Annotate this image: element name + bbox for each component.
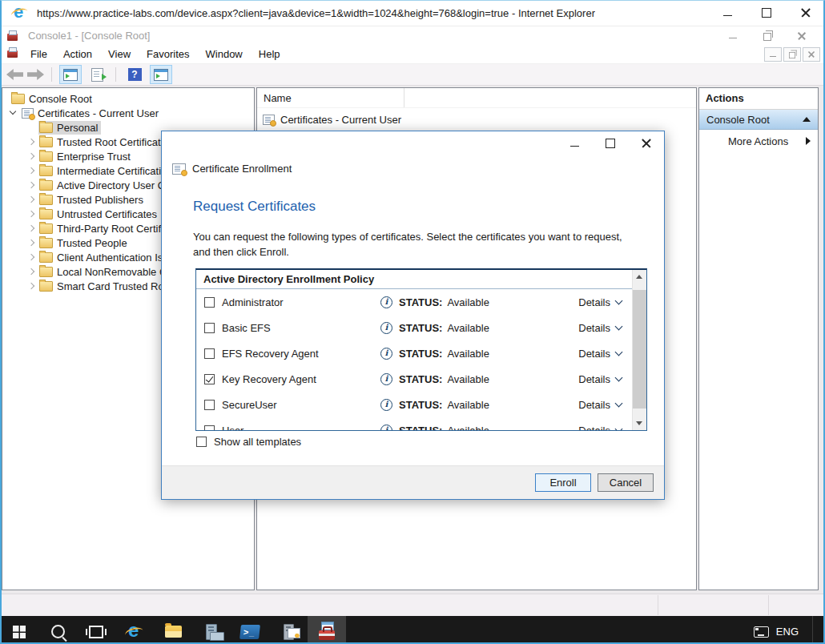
chevron-down-icon bbox=[615, 322, 623, 330]
export-list-button[interactable] bbox=[86, 65, 108, 84]
mmc-close-button[interactable] bbox=[798, 32, 806, 40]
certificate-template-row[interactable]: Administrator STATUS: Available Details bbox=[196, 289, 646, 315]
taskbar-app[interactable] bbox=[192, 616, 231, 644]
scroll-down-icon[interactable] bbox=[636, 421, 642, 425]
child-minimize-button[interactable] bbox=[764, 47, 782, 62]
column-divider[interactable] bbox=[404, 88, 404, 107]
child-restore-button[interactable] bbox=[783, 47, 801, 62]
expander-icon[interactable] bbox=[25, 135, 38, 148]
status-label: STATUS: bbox=[399, 373, 442, 385]
maximize-button[interactable] bbox=[762, 8, 771, 18]
show-all-templates-checkbox[interactable] bbox=[196, 437, 207, 447]
expander-icon[interactable] bbox=[25, 251, 38, 264]
toolbar-separator bbox=[115, 67, 116, 82]
keyboard-layout-icon[interactable] bbox=[754, 626, 769, 638]
template-checkbox[interactable] bbox=[204, 323, 215, 333]
menu-item[interactable]: Help bbox=[251, 46, 288, 62]
dialog-maximize-button[interactable] bbox=[606, 139, 615, 148]
template-checkbox[interactable] bbox=[204, 297, 215, 308]
console-tree-icon bbox=[63, 69, 78, 81]
cancel-button[interactable]: Cancel bbox=[598, 473, 654, 492]
taskbar-app[interactable] bbox=[115, 616, 154, 644]
certificate-template-row[interactable]: Basic EFS STATUS: Available Details bbox=[196, 315, 646, 340]
menu-item[interactable]: Favorites bbox=[139, 46, 197, 62]
expand-icon bbox=[806, 137, 811, 145]
template-checkbox[interactable] bbox=[204, 374, 215, 384]
certificate-template-row[interactable]: EFS Recovery Agent STATUS: Available Det… bbox=[196, 340, 646, 366]
mmc-minimize-button[interactable] bbox=[729, 38, 737, 38]
details-expander[interactable]: Details bbox=[578, 425, 622, 432]
menubar: File Action View Favorites Window Help bbox=[0, 45, 825, 64]
expander-icon[interactable] bbox=[25, 280, 38, 292]
show-desktop-button[interactable] bbox=[812, 616, 817, 644]
taskbar-app[interactable] bbox=[0, 616, 38, 644]
actions-group-header[interactable]: Console Root bbox=[699, 110, 818, 130]
tree-item-label: Trusted People bbox=[57, 237, 127, 249]
menu-item[interactable]: Action bbox=[55, 46, 100, 62]
tree-item-icon bbox=[39, 180, 53, 191]
certificate-template-row[interactable]: Key Recovery Agent STATUS: Available Det… bbox=[196, 366, 646, 392]
scrollbar-thumb[interactable] bbox=[633, 290, 646, 409]
expander-icon[interactable] bbox=[25, 193, 38, 206]
taskbar-app[interactable] bbox=[231, 616, 269, 644]
dialog-close-button[interactable] bbox=[642, 139, 651, 148]
details-expander[interactable]: Details bbox=[578, 399, 622, 411]
show-console-tree-button[interactable] bbox=[59, 65, 82, 84]
expander-icon[interactable] bbox=[25, 121, 38, 134]
forward-button[interactable] bbox=[27, 69, 44, 80]
info-icon bbox=[380, 425, 392, 432]
taskbar-app[interactable] bbox=[308, 616, 346, 644]
tree-item-icon bbox=[39, 267, 53, 277]
show-action-pane-button[interactable] bbox=[150, 65, 172, 84]
child-close-button[interactable] bbox=[803, 47, 820, 62]
details-expander[interactable]: Details bbox=[578, 373, 622, 385]
tree-item-label: Personal bbox=[57, 122, 98, 134]
show-all-templates-option[interactable]: Show all templates bbox=[196, 436, 301, 448]
info-icon bbox=[380, 348, 392, 360]
details-expander[interactable]: Details bbox=[578, 296, 622, 308]
close-button[interactable] bbox=[801, 8, 811, 18]
expander-icon[interactable] bbox=[7, 107, 21, 119]
certificate-template-row[interactable]: SecureUser STATUS: Available Details bbox=[196, 392, 646, 417]
tree-item-icon bbox=[39, 238, 53, 248]
expander-icon[interactable] bbox=[25, 164, 38, 177]
template-checkbox[interactable] bbox=[204, 348, 215, 359]
expander-icon[interactable] bbox=[25, 265, 38, 278]
status-value: Available bbox=[447, 399, 489, 411]
tree-item[interactable]: Console Root bbox=[2, 91, 254, 106]
mmc-restore-button[interactable] bbox=[763, 33, 771, 41]
expander-icon[interactable] bbox=[25, 207, 38, 220]
menu-item[interactable]: File bbox=[22, 46, 55, 62]
expander-icon[interactable] bbox=[25, 222, 38, 235]
back-button[interactable] bbox=[6, 69, 23, 80]
taskbar-app[interactable] bbox=[154, 616, 192, 644]
dialog-minimize-button[interactable] bbox=[570, 146, 579, 147]
language-indicator[interactable]: ENG bbox=[776, 626, 799, 638]
scroll-up-icon[interactable] bbox=[636, 275, 642, 279]
list-scrollbar[interactable] bbox=[632, 270, 646, 430]
template-name: EFS Recovery Agent bbox=[222, 348, 380, 360]
expander-icon[interactable] bbox=[25, 179, 38, 191]
help-button[interactable] bbox=[123, 65, 146, 84]
expander-icon[interactable] bbox=[25, 150, 38, 163]
details-expander[interactable]: Details bbox=[578, 322, 622, 334]
list-header[interactable]: Name bbox=[257, 88, 696, 108]
menu-item[interactable]: Window bbox=[198, 46, 251, 62]
taskbar-app[interactable] bbox=[269, 616, 308, 644]
template-checkbox[interactable] bbox=[204, 400, 215, 410]
internet-explorer-icon bbox=[11, 4, 29, 22]
minimize-button[interactable] bbox=[723, 15, 732, 16]
policy-group-header[interactable]: Active Directory Enrollment Policy bbox=[196, 270, 646, 289]
details-expander[interactable]: Details bbox=[578, 348, 622, 360]
expander-icon[interactable] bbox=[25, 236, 38, 249]
taskbar-app[interactable] bbox=[77, 616, 115, 644]
enroll-button[interactable]: Enroll bbox=[535, 473, 591, 492]
certificate-template-row[interactable]: User STATUS: Available Details bbox=[196, 417, 646, 431]
more-actions-item[interactable]: More Actions bbox=[699, 130, 818, 152]
list-item[interactable]: Certificates - Current User bbox=[257, 111, 696, 127]
taskbar-app[interactable] bbox=[38, 616, 77, 644]
tree-item-label: Certificates - Current User bbox=[38, 107, 159, 119]
tree-item[interactable]: Certificates - Current User bbox=[2, 106, 254, 120]
menu-item[interactable]: View bbox=[100, 46, 139, 62]
template-checkbox[interactable] bbox=[204, 425, 215, 432]
